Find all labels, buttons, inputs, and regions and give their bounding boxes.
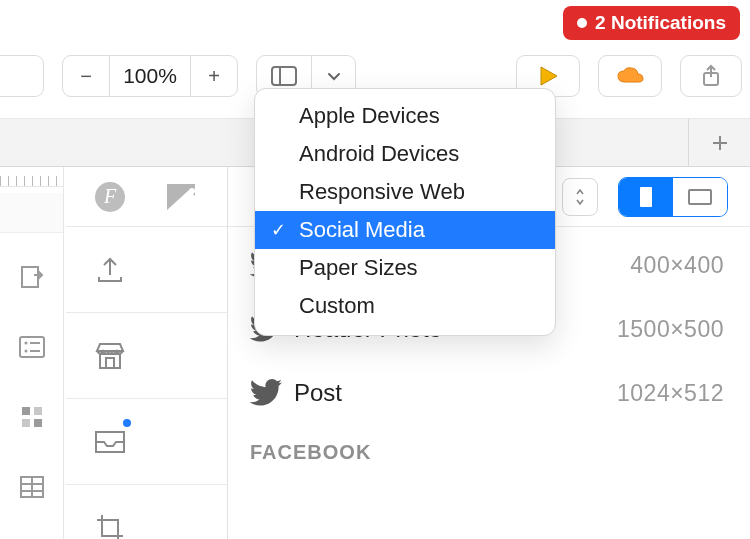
plus-icon — [710, 133, 730, 153]
svg-rect-0 — [272, 67, 296, 85]
preset-select-stepper[interactable] — [562, 178, 598, 216]
zoom-control: − 100% + — [62, 55, 238, 97]
inbox-icon — [93, 428, 127, 456]
inbox-tool[interactable] — [81, 413, 139, 471]
font-circle-icon: F — [93, 180, 127, 214]
upload-icon — [95, 255, 125, 285]
ruler — [0, 167, 64, 187]
svg-rect-25 — [106, 358, 114, 368]
notifications-badge[interactable]: 2 Notifications — [563, 6, 740, 40]
notifications-text: 2 Notifications — [595, 12, 726, 34]
svg-rect-24 — [100, 354, 120, 368]
toolbar-leading-button[interactable] — [0, 55, 44, 97]
upload-tool[interactable] — [81, 241, 139, 299]
sidebar: F — [66, 167, 228, 539]
dropdown-option[interactable]: Responsive Web — [255, 173, 555, 211]
cloud-icon — [616, 66, 644, 86]
svg-rect-27 — [689, 190, 711, 204]
list-item[interactable]: Post 1024×512 — [228, 361, 750, 425]
storefront-icon — [94, 341, 126, 371]
grid-tool[interactable] — [6, 391, 58, 443]
crop-icon — [95, 513, 125, 539]
orientation-portrait[interactable] — [619, 178, 673, 216]
play-icon — [537, 65, 559, 87]
orientation-toggle — [618, 177, 728, 217]
section-header: FACEBOOK — [228, 425, 750, 464]
grid-icon — [20, 405, 44, 429]
zoom-value[interactable]: 100% — [110, 55, 190, 97]
preset-name: Post — [294, 379, 617, 407]
svg-rect-15 — [34, 419, 42, 427]
zoom-in-button[interactable]: + — [190, 55, 238, 97]
layout-sidebar-icon — [271, 66, 297, 86]
storefront-tool[interactable] — [81, 327, 139, 385]
crop-tool[interactable] — [81, 499, 139, 539]
svg-rect-6 — [22, 267, 38, 287]
chevron-down-icon — [327, 71, 341, 81]
svg-point-8 — [24, 342, 27, 345]
font-tool[interactable]: F — [81, 168, 139, 226]
device-preset-dropdown: Apple Devices Android Devices Responsive… — [254, 88, 556, 336]
dropdown-option[interactable]: Paper Sizes — [255, 249, 555, 287]
twitter-icon — [250, 379, 294, 407]
left-tool-column — [0, 187, 64, 539]
list-icon — [18, 335, 46, 359]
flag-shape-icon — [165, 182, 201, 212]
svg-text:F: F — [103, 185, 117, 207]
dropdown-option[interactable]: Custom — [255, 287, 555, 325]
notification-dot-icon — [577, 18, 587, 28]
svg-point-10 — [24, 350, 27, 353]
stepper-icon — [574, 187, 586, 207]
list-tool[interactable] — [6, 321, 58, 373]
portrait-icon — [639, 186, 653, 208]
preset-dim: 1500×500 — [617, 316, 724, 343]
dropdown-option[interactable]: Android Devices — [255, 135, 555, 173]
badge-dot-icon — [121, 417, 133, 429]
preset-dim: 400×400 — [630, 252, 724, 279]
dropdown-option-selected[interactable]: Social Media — [255, 211, 555, 249]
landscape-icon — [688, 189, 712, 205]
zoom-out-button[interactable]: − — [62, 55, 110, 97]
table-tool[interactable] — [6, 461, 58, 513]
export-tool[interactable] — [6, 251, 58, 303]
preset-dim: 1024×512 — [617, 380, 724, 407]
share-button[interactable] — [680, 55, 742, 97]
svg-rect-7 — [20, 337, 44, 357]
table-icon — [19, 475, 45, 499]
svg-rect-26 — [640, 187, 652, 207]
share-icon — [701, 64, 721, 88]
dropdown-option[interactable]: Apple Devices — [255, 97, 555, 135]
svg-rect-14 — [22, 419, 30, 427]
svg-rect-13 — [34, 407, 42, 415]
export-icon — [18, 263, 46, 291]
cloud-button[interactable] — [598, 55, 662, 97]
svg-rect-12 — [22, 407, 30, 415]
add-tab-button[interactable] — [688, 119, 750, 166]
orientation-landscape[interactable] — [673, 178, 727, 216]
shape-tool[interactable] — [154, 168, 212, 226]
svg-point-22 — [189, 188, 195, 194]
